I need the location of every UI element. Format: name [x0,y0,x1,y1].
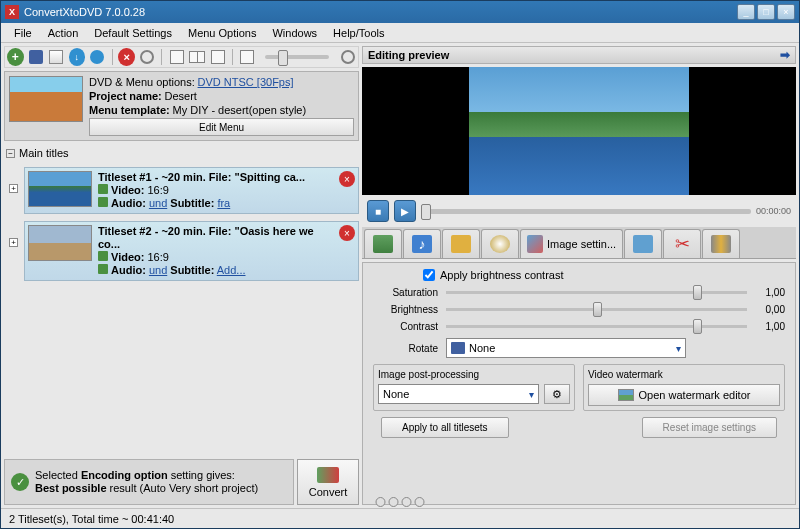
save-icon[interactable] [28,48,45,66]
window-controls: _ □ × [737,4,795,20]
subtitle-link[interactable]: Add... [217,264,246,276]
edit-menu-button[interactable]: Edit Menu [89,118,354,136]
apply-brightness-checkbox[interactable]: Apply brightness contrast [373,269,785,281]
play-button[interactable]: ▶ [394,200,416,222]
video-icon [98,184,108,194]
rotate-combo[interactable]: None [446,338,686,358]
tab-cut[interactable]: ✂ [663,229,701,258]
video-icon [98,251,108,261]
remove-titleset-icon[interactable]: × [339,225,355,241]
menu-help-tools[interactable]: Help/Tools [325,23,392,42]
menubar: File Action Default Settings Menu Option… [1,23,799,43]
tab-audio[interactable]: ♪ [403,229,441,258]
left-pane: + ↓ × DVD & Menu options [4,46,359,505]
download-icon[interactable]: ↓ [69,48,86,66]
right-pane: Editing preview ➡ ■ ▶ 00:00:00 ♪ Image s… [362,46,796,505]
tab-chapter[interactable] [481,229,519,258]
progress-slider[interactable] [421,209,751,214]
player-controls: ■ ▶ 00:00:00 [362,198,796,224]
convert-button[interactable]: Convert [297,459,359,505]
tab-image-settings[interactable]: Image settin... [520,229,623,258]
post-processing-config-button[interactable]: ⚙ [544,384,570,404]
tab-video[interactable] [364,229,402,258]
watermark-icon [618,389,634,401]
menu-file[interactable]: File [6,23,40,42]
preview-image [469,67,689,195]
app-window: X ConvertXtoDVD 7.0.0.28 _ □ × File Acti… [0,0,800,529]
window-title: ConvertXtoDVD 7.0.0.28 [24,6,737,18]
titlebar: X ConvertXtoDVD 7.0.0.28 _ □ × [1,1,799,23]
audio-link[interactable]: und [149,264,167,276]
toolbar-separator [112,49,113,65]
play-icon[interactable] [89,48,106,66]
image-settings-panel: Apply brightness contrast Saturation 1,0… [362,262,796,505]
post-processing-combo[interactable]: None [378,384,539,404]
post-processing-panel: Image post-processing None ⚙ [373,364,575,411]
view2-icon[interactable] [189,48,206,66]
encoding-panel: ✓ Selected Encoding option setting gives… [4,459,294,505]
refresh-icon[interactable] [139,48,156,66]
view1-icon[interactable] [168,48,185,66]
time-display: 00:00:00 [756,206,791,216]
open-watermark-button[interactable]: Open watermark editor [588,384,780,406]
saturation-slider[interactable] [446,291,747,294]
doc-icon[interactable] [239,48,256,66]
preview-area[interactable] [362,67,796,195]
tab-row: ♪ Image settin... ✂ [362,227,796,259]
size-icon[interactable] [339,48,356,66]
collapse-icon[interactable]: − [6,149,15,158]
view3-icon[interactable] [209,48,226,66]
app-icon: X [5,5,19,19]
brightness-row: Brightness 0,00 [373,304,785,315]
menu-template-row: Menu template: My DIY - desert(open styl… [89,104,354,116]
delete-icon[interactable]: × [118,48,135,66]
expand-icon[interactable]: + [9,238,18,247]
expand-icon[interactable]: + [9,184,18,193]
dvd-menu-thumbnail[interactable] [9,76,83,122]
tab-output[interactable] [702,229,740,258]
menu-windows[interactable]: Windows [264,23,325,42]
dvd-options-row: DVD & Menu options: DVD NTSC [30Fps] [89,76,354,88]
rotate-icon [451,342,465,354]
tab-subtitle[interactable] [442,229,480,258]
brightness-slider[interactable] [446,308,747,311]
toolbar-separator [161,49,162,65]
maximize-button[interactable]: □ [757,4,775,20]
stop-button[interactable]: ■ [367,200,389,222]
pane-resize-handles[interactable] [376,497,425,507]
project-name-row: Project name: Desert [89,90,354,102]
dvd-options-link[interactable]: DVD NTSC [30Fps] [198,76,294,88]
audio-icon [98,264,108,274]
menu-menu-options[interactable]: Menu Options [180,23,264,42]
titleset-row[interactable]: + Titleset #2 - ~20 min. File: "Oasis he… [24,221,359,281]
rotate-row: Rotate None [373,338,785,358]
close-button[interactable]: × [777,4,795,20]
audio-link[interactable]: und [149,197,167,209]
tab-crop[interactable] [624,229,662,258]
dvd-menu-info: DVD & Menu options: DVD NTSC [30Fps] Pro… [89,76,354,136]
titleset-info: Titleset #2 - ~20 min. File: "Oasis here… [98,225,333,277]
titleset-thumbnail[interactable] [28,171,92,207]
contrast-row: Contrast 1,00 [373,321,785,332]
menu-default-settings[interactable]: Default Settings [86,23,180,42]
minimize-button[interactable]: _ [737,4,755,20]
left-toolbar: + ↓ × [4,46,359,68]
remove-titleset-icon[interactable]: × [339,171,355,187]
reset-button[interactable]: Reset image settings [642,417,777,438]
add-icon[interactable]: + [7,48,24,66]
dvd-menu-panel: DVD & Menu options: DVD NTSC [30Fps] Pro… [4,71,359,141]
size-slider[interactable] [265,55,329,59]
content-area: + ↓ × DVD & Menu options [1,43,799,508]
menu-action[interactable]: Action [40,23,87,42]
titleset-thumbnail[interactable] [28,225,92,261]
subtitle-link[interactable]: fra [217,197,230,209]
contrast-slider[interactable] [446,325,747,328]
main-titles-header[interactable]: − Main titles [4,144,359,162]
titleset-row[interactable]: + Titleset #1 - ~20 min. File: "Spitting… [24,167,359,214]
toolbar-separator [232,49,233,65]
checkbox-input[interactable] [423,269,435,281]
saturation-row: Saturation 1,00 [373,287,785,298]
preview-expand-icon[interactable]: ➡ [780,48,790,62]
apply-all-button[interactable]: Apply to all titlesets [381,417,509,438]
open-icon[interactable] [48,48,65,66]
